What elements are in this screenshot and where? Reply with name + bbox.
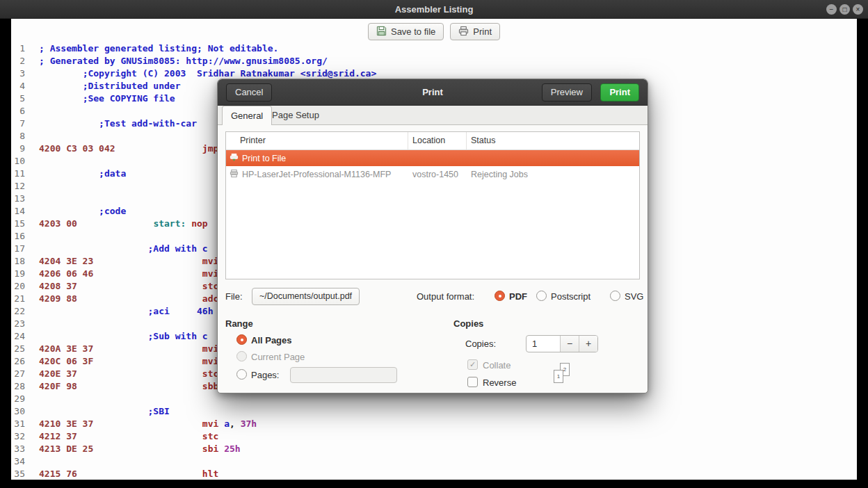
line-number: 9 (13, 143, 25, 156)
radio-pdf[interactable] (495, 291, 505, 301)
printer-list-header: Printer Location Status (226, 132, 639, 150)
code-text: 4212 37 stc (39, 431, 218, 444)
code-text: ;Test add-with-car (39, 118, 197, 131)
window-controls: − □ × (826, 4, 863, 15)
column-header-location[interactable]: Location (408, 132, 467, 149)
code-text: 4209 88 adc (39, 293, 218, 306)
printer-location: vostro-1450 (408, 170, 467, 179)
collate-page-1-icon: 1 (554, 370, 563, 383)
radio-svg-label[interactable]: SVG (625, 291, 643, 302)
window-titlebar[interactable]: Assembler Listing − □ × (0, 0, 868, 19)
printer-name: Print to File (242, 154, 286, 163)
code-text: 4208 37 stc (39, 281, 218, 293)
radio-current-page-label: Current Page (251, 352, 305, 362)
radio-pages-label[interactable]: Pages: (251, 370, 279, 380)
radio-all-pages-label[interactable]: All Pages (251, 335, 292, 345)
line-number: 6 (13, 106, 25, 118)
code-text: 4203 00 start: nop (39, 218, 208, 231)
print-toolbar-label: Print (473, 26, 492, 37)
radio-postscript-label[interactable]: Postscript (551, 291, 590, 302)
copies-spinbox: 1 − + (526, 335, 598, 352)
radio-pdf-label[interactable]: PDF (509, 291, 527, 302)
print-button[interactable]: Print (600, 83, 639, 101)
code-text: ;See COPYING file (39, 93, 175, 106)
reverse-checkbox[interactable] (467, 377, 478, 387)
cancel-button[interactable]: Cancel (226, 83, 272, 101)
radio-pages[interactable] (236, 369, 247, 380)
radio-postscript[interactable] (536, 291, 547, 301)
line-number: 28 (13, 381, 25, 393)
line-number: 12 (13, 181, 25, 193)
line-number: 11 (13, 168, 25, 181)
code-line: 314210 3E 37 mvi a, 37h (11, 418, 857, 431)
save-icon (376, 26, 387, 38)
print-dialog-header[interactable]: Print Cancel Preview Print (218, 79, 648, 106)
copies-increment-button[interactable]: + (579, 336, 597, 352)
line-number: 26 (13, 356, 25, 368)
range-heading: Range (225, 318, 253, 329)
column-header-printer[interactable]: Printer (226, 132, 408, 149)
file-chooser-button[interactable]: ~/Documents/output.pdf (252, 288, 360, 305)
printer-list: Printer Location Status Print to File HP… (225, 131, 640, 279)
output-format-label: Output format: (417, 291, 474, 302)
code-text: ;code (39, 206, 126, 218)
collate-checkbox (467, 359, 478, 370)
code-text: ;Distributed under (39, 81, 181, 93)
line-number: 7 (13, 118, 25, 131)
printer-row-hp-laserjet[interactable]: HP-LaserJet-Professional-M1136-MFP vostr… (226, 166, 639, 182)
save-to-file-button[interactable]: Save to file (368, 23, 444, 40)
print-toolbar-button[interactable]: Print (450, 23, 500, 40)
line-number: 24 (13, 331, 25, 343)
print-dialog: Print Cancel Preview Print General Page … (217, 79, 648, 393)
tab-general[interactable]: General (222, 106, 272, 125)
code-line: 30 ;SBI (11, 406, 857, 418)
line-number: 3 (13, 68, 25, 81)
code-text: ;SBI (39, 406, 170, 418)
radio-all-pages[interactable] (236, 334, 247, 345)
line-number: 20 (13, 281, 25, 293)
code-text: ;aci 46h (39, 306, 213, 318)
code-line: 34 (11, 456, 857, 469)
copies-label: Copies: (465, 339, 496, 349)
code-text: ; Generated by GNUSim8085: http://www.gn… (39, 56, 328, 68)
minimize-button[interactable]: − (826, 4, 837, 15)
line-number: 27 (13, 368, 25, 381)
line-number: 16 (13, 231, 25, 243)
code-text: 4210 3E 37 mvi a, 37h (39, 418, 257, 431)
code-line: 29 (11, 393, 857, 406)
code-line: 324212 37 stc (11, 431, 857, 444)
code-text: 4200 C3 03 042 jmp (39, 143, 218, 156)
line-number: 30 (13, 406, 25, 418)
line-number: 8 (13, 131, 25, 143)
line-number: 22 (13, 306, 25, 318)
column-header-status[interactable]: Status (467, 132, 639, 149)
line-number: 2 (13, 56, 25, 68)
close-button[interactable]: × (853, 4, 863, 15)
line-number: 23 (13, 318, 25, 331)
toolbar: Save to file Print (11, 19, 857, 42)
reverse-label[interactable]: Reverse (483, 377, 516, 388)
line-number: 33 (13, 444, 25, 456)
copies-heading: Copies (453, 318, 483, 329)
code-text: 4204 3E 23 mvi (39, 256, 218, 268)
code-text: 4213 DE 25 sbi 25h (39, 444, 241, 456)
tab-page-setup[interactable]: Page Setup (264, 106, 328, 124)
copies-decrement-button[interactable]: − (560, 336, 579, 352)
code-line: 1; Assembler generated listing; Not edit… (11, 43, 857, 56)
line-number: 34 (13, 456, 25, 469)
code-text: 4215 76 hlt (39, 469, 218, 480)
printer-row-print-to-file[interactable]: Print to File (226, 150, 639, 166)
line-number: 14 (13, 206, 25, 218)
line-number: 21 (13, 293, 25, 306)
code-text: 420E 37 stc (39, 368, 218, 381)
preview-button[interactable]: Preview (542, 83, 592, 101)
maximize-button[interactable]: □ (839, 4, 850, 15)
line-number: 19 (13, 268, 25, 281)
code-line: 334213 DE 25 sbi 25h (11, 444, 857, 456)
print-to-file-icon (230, 153, 239, 164)
code-text: ; Assembler generated listing; Not edita… (39, 43, 278, 56)
code-line: 354215 76 hlt (11, 469, 857, 480)
code-text: ;data (39, 168, 126, 181)
copies-value[interactable]: 1 (527, 336, 560, 352)
radio-svg[interactable] (610, 291, 620, 301)
